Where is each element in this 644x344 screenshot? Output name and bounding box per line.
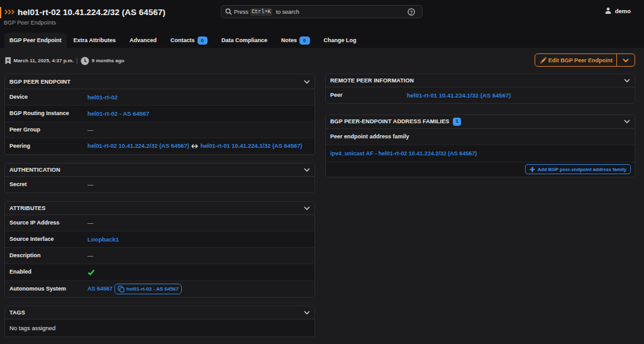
svg-text:?: ?: [410, 9, 413, 14]
